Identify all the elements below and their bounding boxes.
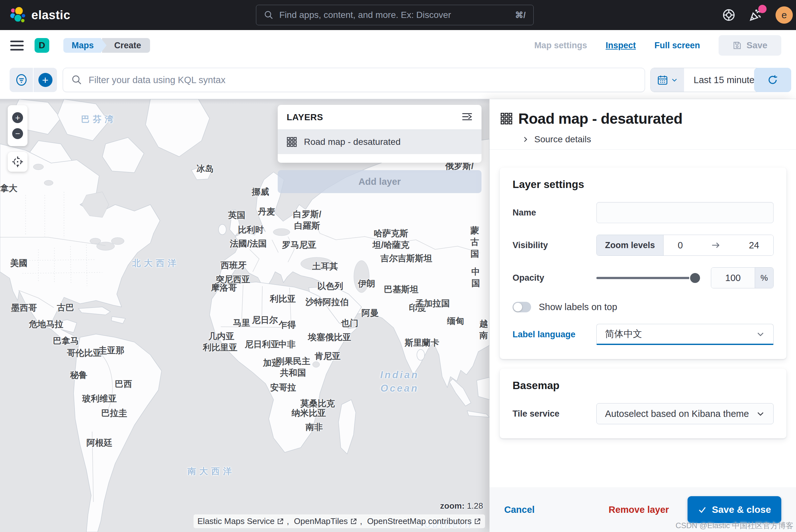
toggle-knob: [514, 303, 522, 311]
app-toolbar: D Maps Create Map settings Inspect Full …: [0, 30, 796, 61]
save-icon: [732, 41, 742, 50]
map-top-shadow: [0, 99, 489, 104]
calendar-icon[interactable]: [651, 68, 684, 92]
name-row: Name: [513, 202, 774, 223]
attribution-link-osm[interactable]: OpenStreetMap contributors: [367, 516, 481, 526]
set-view-button[interactable]: [8, 152, 27, 172]
global-search-input[interactable]: [279, 10, 509, 20]
grid-icon: [287, 137, 297, 147]
zoom-control: + −: [8, 105, 27, 146]
label-language-row: Label language 简体中文: [513, 324, 774, 345]
layers-panel: LAYERS: [278, 105, 481, 163]
zoom-levels-prepend: Zoom levels: [597, 235, 664, 255]
grid-icon: [500, 113, 513, 125]
zoom-value: 1.28: [467, 501, 483, 511]
attribution-label: OpenStreetMap contributors: [367, 516, 471, 526]
basemap-panel: Basemap Tile service Autoselect based on…: [500, 368, 786, 438]
label-language-label: Label language: [513, 330, 596, 340]
zoom-max-input[interactable]: 24: [749, 240, 759, 251]
show-labels-toggle[interactable]: [513, 302, 531, 312]
query-bar: + Last 15 minutes: [0, 61, 796, 99]
flyout-title: Road map - desaturated: [518, 110, 682, 127]
external-link-icon: [276, 518, 284, 525]
elastic-logo-icon: [10, 7, 26, 23]
save-and-close-label: Save & close: [712, 504, 771, 515]
chevron-down-icon: [756, 330, 765, 339]
attribution-label: Elastic Maps Service: [198, 516, 275, 526]
label-language-select[interactable]: 简体中文: [596, 324, 774, 345]
search-shortcut-hint: ⌘/: [515, 10, 526, 20]
check-icon: [698, 505, 707, 514]
help-icon[interactable]: [722, 8, 736, 22]
attribution-separator: ,: [360, 516, 365, 526]
remove-layer-button[interactable]: Remove layer: [609, 505, 669, 515]
map-controls: + −: [8, 105, 27, 172]
chevron-down-icon: [671, 76, 678, 83]
attribution-label: OpenMapTiles: [294, 516, 348, 526]
main-content: 加拿大冰岛挪威英国丹麦白罗斯/ 白羅斯比利时法國/法国罗马尼亚哈萨克斯 坦/哈薩…: [0, 99, 796, 532]
avatar[interactable]: e: [776, 6, 793, 24]
newsfeed-icon[interactable]: [748, 7, 763, 23]
cancel-button[interactable]: Cancel: [504, 505, 535, 515]
refresh-icon: [766, 74, 779, 86]
collapse-panel-icon[interactable]: [462, 112, 473, 122]
breadcrumb-maps[interactable]: Maps: [63, 38, 101, 53]
crosshair-icon: [12, 156, 24, 168]
full-screen-button[interactable]: Full screen: [654, 41, 700, 51]
layer-name-input[interactable]: [596, 202, 774, 223]
attribution-link-openmaptiles[interactable]: OpenMapTiles: [294, 516, 357, 526]
save-and-close-button[interactable]: Save & close: [687, 496, 781, 523]
header-actions: e: [722, 0, 793, 30]
map-settings-button[interactable]: Map settings: [534, 41, 587, 51]
source-details-accordion[interactable]: Source details: [521, 134, 591, 145]
layer-settings-panel: Layer settings Name Visibility Zoom leve…: [500, 168, 786, 359]
time-picker: Last 15 minutes: [650, 68, 769, 92]
label-language-value: 简体中文: [605, 328, 642, 341]
add-layer-button[interactable]: Add layer: [278, 170, 481, 193]
saved-query-icon[interactable]: [10, 68, 33, 92]
arrow-right-icon: [711, 241, 721, 250]
name-label: Name: [513, 208, 596, 218]
visibility-label: Visibility: [513, 241, 596, 250]
layer-settings-flyout: Road map - desaturated Source details La…: [489, 99, 796, 532]
toolbar-actions: Map settings Inspect Full screen Save: [534, 30, 781, 61]
tile-service-label: Tile service: [513, 409, 596, 419]
opacity-row: Opacity %: [513, 267, 774, 288]
chevron-right-icon: [521, 136, 529, 143]
notification-badge: [758, 5, 766, 13]
zoom-out-button[interactable]: −: [12, 128, 23, 139]
brand-wordmark: elastic: [31, 8, 70, 22]
breadcrumb: Maps Create: [63, 38, 150, 53]
opacity-value-control: %: [711, 267, 774, 288]
layer-list-item[interactable]: Road map - desaturated: [278, 130, 481, 154]
tile-service-select[interactable]: Autoselect based on Kibana theme: [596, 403, 774, 424]
save-button[interactable]: Save: [719, 35, 781, 56]
kql-query-input[interactable]: [89, 75, 636, 86]
external-link-icon: [474, 518, 481, 525]
layer-settings-title: Layer settings: [513, 178, 774, 191]
attribution-link-ems[interactable]: Elastic Maps Service: [198, 516, 284, 526]
inspect-button[interactable]: Inspect: [606, 41, 636, 51]
add-filter-button[interactable]: +: [34, 68, 57, 92]
slider-track: [596, 277, 699, 279]
save-button-label: Save: [746, 40, 767, 51]
slider-thumb[interactable]: [690, 273, 700, 283]
map-canvas[interactable]: 加拿大冰岛挪威英国丹麦白罗斯/ 白羅斯比利时法國/法国罗马尼亚哈萨克斯 坦/哈薩…: [0, 99, 489, 532]
opacity-unit: %: [755, 268, 773, 288]
refresh-button[interactable]: [754, 68, 791, 92]
breadcrumb-create: Create: [102, 38, 150, 53]
opacity-input[interactable]: [711, 268, 755, 288]
layers-panel-title: LAYERS: [287, 112, 323, 122]
kql-query-bar[interactable]: [63, 68, 645, 92]
map-attribution: Elastic Maps Service , OpenMapTiles , Op…: [193, 514, 485, 528]
menu-icon[interactable]: [10, 38, 25, 53]
elastic-logo[interactable]: elastic: [10, 0, 70, 30]
space-badge[interactable]: D: [35, 38, 49, 53]
opacity-slider[interactable]: [596, 267, 699, 288]
watermark: CSDN @Elastic 中国社区官方博客: [676, 520, 793, 531]
tile-service-row: Tile service Autoselect based on Kibana …: [513, 403, 774, 424]
zoom-min-input[interactable]: 0: [678, 240, 683, 251]
global-search[interactable]: ⌘/: [256, 5, 534, 25]
layers-panel-header: LAYERS: [278, 105, 481, 130]
zoom-in-button[interactable]: +: [12, 112, 23, 123]
